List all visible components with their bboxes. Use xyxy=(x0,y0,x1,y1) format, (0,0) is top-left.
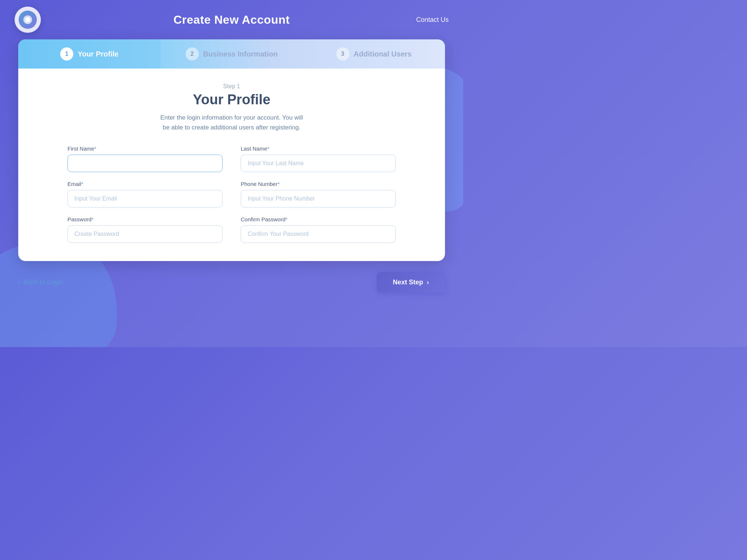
svg-point-1 xyxy=(25,17,30,22)
header: Create New Account Contact Us xyxy=(0,0,463,39)
password-group: Password* xyxy=(67,216,222,243)
svg-point-13 xyxy=(425,326,450,346)
svg-point-10 xyxy=(274,323,310,346)
email-label: Email* xyxy=(67,181,222,187)
last-name-input[interactable] xyxy=(241,155,396,172)
step-1-circle: 1 xyxy=(60,47,73,61)
svg-point-12 xyxy=(379,321,423,346)
back-chevron-icon: ‹ xyxy=(18,279,20,286)
password-label: Password* xyxy=(67,216,222,222)
confirm-password-input[interactable] xyxy=(241,225,396,243)
footer: ‹ Back to Login Next Step › xyxy=(0,261,463,300)
logo-inner xyxy=(19,11,37,29)
svg-line-11 xyxy=(285,322,292,337)
first-name-label: First Name* xyxy=(67,145,222,152)
phone-number-group: Phone Number* xyxy=(241,181,396,207)
step-3-label: Additional Users xyxy=(354,50,412,58)
svg-point-7 xyxy=(171,322,193,346)
phone-number-label: Phone Number* xyxy=(241,181,396,187)
step-2-tab[interactable]: 2 Business Information xyxy=(160,39,303,69)
step-1-tab[interactable]: 1 Your Profile xyxy=(18,39,160,69)
main-card: 1 Your Profile 2 Business Information 3 … xyxy=(18,39,445,261)
form-title: Your Profile xyxy=(40,92,423,108)
last-name-group: Last Name* xyxy=(241,145,396,172)
confirm-password-group: Confirm Password* xyxy=(241,216,396,243)
email-input[interactable] xyxy=(67,190,222,207)
first-name-group: First Name* xyxy=(67,145,222,172)
next-chevron-icon: › xyxy=(427,279,429,286)
back-to-login-link[interactable]: ‹ Back to Login xyxy=(18,279,63,286)
page-title: Create New Account xyxy=(174,13,290,27)
step-2-circle: 2 xyxy=(186,47,199,61)
confirm-password-label: Confirm Password* xyxy=(241,216,396,222)
step-3-tab[interactable]: 3 Additional Users xyxy=(303,39,445,69)
svg-line-5 xyxy=(128,316,139,331)
svg-point-6 xyxy=(168,324,197,346)
contact-us-link[interactable]: Contact Us xyxy=(416,16,449,24)
next-step-button[interactable]: Next Step › xyxy=(377,272,445,293)
email-group: Email* xyxy=(67,181,222,207)
svg-line-8 xyxy=(182,324,190,338)
step-number-label: Step 1 xyxy=(40,83,423,90)
step-1-label: Your Profile xyxy=(78,50,119,58)
phone-number-input[interactable] xyxy=(241,190,396,207)
svg-point-9 xyxy=(216,319,259,346)
steps-bar: 1 Your Profile 2 Business Information 3 … xyxy=(18,39,445,69)
step-3-circle: 3 xyxy=(336,47,349,61)
step-2-label: Business Information xyxy=(203,50,278,58)
form-description: Enter the login information for your acc… xyxy=(40,113,423,132)
last-name-label: Last Name* xyxy=(241,145,396,152)
form-header: Step 1 Your Profile Enter the login info… xyxy=(40,83,423,132)
form-grid: First Name* Last Name* Email* xyxy=(67,145,396,243)
logo xyxy=(15,7,41,33)
password-input[interactable] xyxy=(67,225,222,243)
form-area: Step 1 Your Profile Enter the login info… xyxy=(18,69,445,261)
first-name-input[interactable] xyxy=(67,155,222,172)
